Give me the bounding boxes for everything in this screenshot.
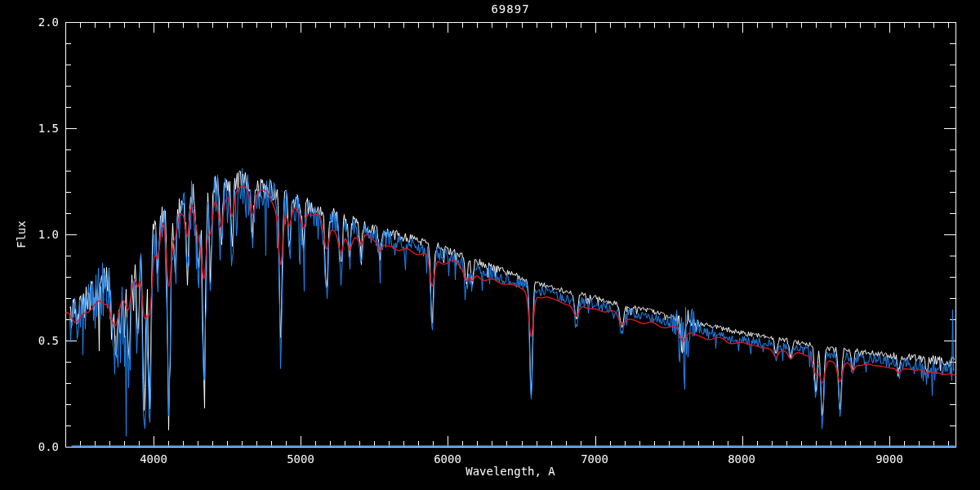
y-tick-label: 2.0: [21, 16, 59, 28]
x-tick-label: 5000: [287, 453, 314, 465]
plot-title: 69897: [65, 3, 956, 15]
y-tick-label: 0.5: [21, 335, 59, 346]
x-tick-label: 7000: [581, 453, 608, 465]
spectrum-chart: 69897 Wavelength, A Flux 4000 5000 6000 …: [0, 0, 980, 490]
x-tick-label: 4000: [140, 453, 167, 465]
x-tick-label: 6000: [434, 453, 461, 465]
y-tick-label: 0.0: [21, 441, 59, 452]
x-tick-label: 8000: [728, 453, 755, 465]
y-tick-label: 1.5: [21, 122, 59, 134]
spectrum-plot-canvas: [0, 0, 980, 490]
x-axis-label: Wavelength, A: [65, 466, 956, 477]
x-tick-label: 9000: [875, 453, 903, 465]
y-tick-label: 1.0: [21, 229, 59, 240]
